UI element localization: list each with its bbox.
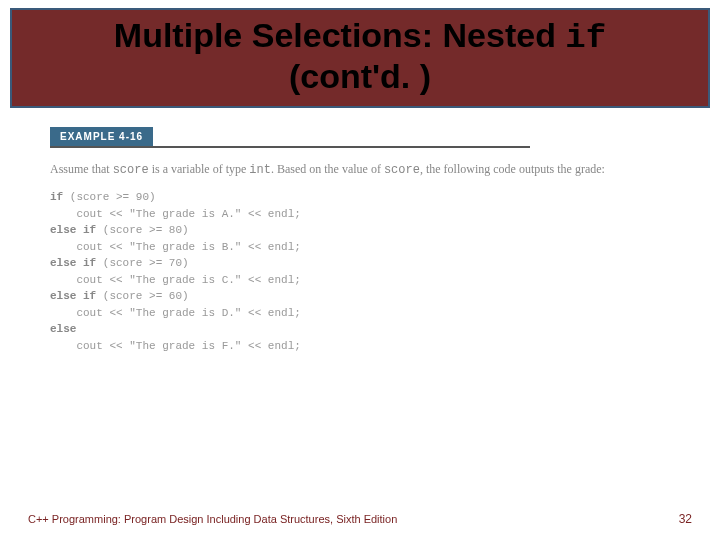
code-rest: cout << "The grade is F." << endl; xyxy=(50,340,301,352)
title-line-1: Multiple Selections: Nested if xyxy=(20,16,700,57)
code-rest: cout << "The grade is A." << endl; xyxy=(50,208,301,220)
code-line: cout << "The grade is C." << endl; xyxy=(50,272,670,289)
intro-t3: . Based on the value of xyxy=(271,162,384,176)
intro-t1: Assume that xyxy=(50,162,113,176)
code-line: if (score >= 90) xyxy=(50,189,670,206)
intro-m3: score xyxy=(384,163,420,177)
code-line: else if (score >= 80) xyxy=(50,222,670,239)
code-block: if (score >= 90) cout << "The grade is A… xyxy=(50,189,670,354)
code-line: cout << "The grade is D." << endl; xyxy=(50,305,670,322)
intro-m2: int xyxy=(249,163,271,177)
code-rest: (score >= 60) xyxy=(96,290,188,302)
code-rest: (score >= 80) xyxy=(96,224,188,236)
intro-t4: , the following code outputs the grade: xyxy=(420,162,605,176)
intro-t2: is a variable of type xyxy=(149,162,250,176)
example-tag: EXAMPLE 4-16 xyxy=(50,127,153,146)
page-number: 32 xyxy=(679,512,692,526)
code-rest: (score >= 70) xyxy=(96,257,188,269)
code-keyword: else if xyxy=(50,224,96,236)
divider xyxy=(50,146,530,148)
code-line: else xyxy=(50,321,670,338)
code-rest: cout << "The grade is C." << endl; xyxy=(50,274,301,286)
code-line: cout << "The grade is A." << endl; xyxy=(50,206,670,223)
footer: C++ Programming: Program Design Includin… xyxy=(0,512,720,526)
intro-m1: score xyxy=(113,163,149,177)
code-line: cout << "The grade is B." << endl; xyxy=(50,239,670,256)
code-keyword: else xyxy=(50,323,76,335)
intro-text: Assume that score is a variable of type … xyxy=(50,160,610,179)
code-keyword: if xyxy=(50,191,63,203)
code-line: else if (score >= 70) xyxy=(50,255,670,272)
code-line: cout << "The grade is F." << endl; xyxy=(50,338,670,355)
title-line-2: (cont'd. ) xyxy=(20,57,700,96)
code-rest: (score >= 90) xyxy=(63,191,155,203)
code-rest: cout << "The grade is D." << endl; xyxy=(50,307,301,319)
slide-title-box: Multiple Selections: Nested if (cont'd. … xyxy=(10,8,710,108)
footer-text: C++ Programming: Program Design Includin… xyxy=(28,513,397,525)
title-mono-if: if xyxy=(565,19,606,57)
code-keyword: else if xyxy=(50,257,96,269)
code-rest: cout << "The grade is B." << endl; xyxy=(50,241,301,253)
slide-content: EXAMPLE 4-16 Assume that score is a vari… xyxy=(0,108,720,354)
code-keyword: else if xyxy=(50,290,96,302)
title-prefix: Multiple Selections: Nested xyxy=(114,16,566,54)
code-line: else if (score >= 60) xyxy=(50,288,670,305)
